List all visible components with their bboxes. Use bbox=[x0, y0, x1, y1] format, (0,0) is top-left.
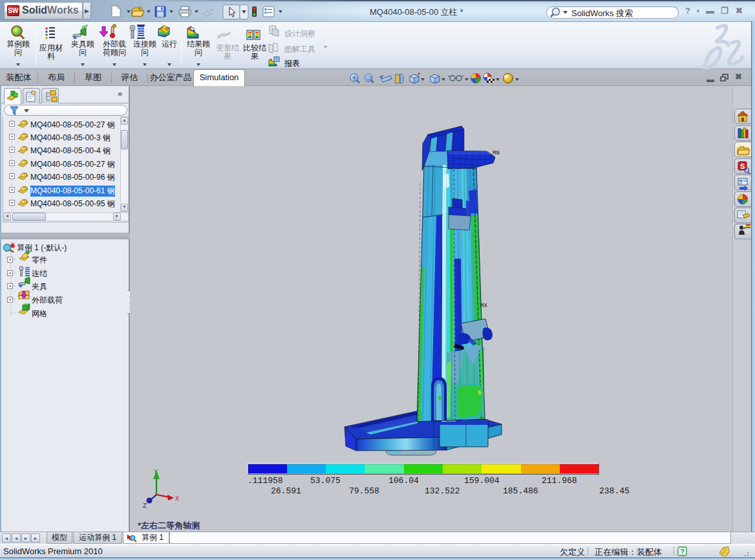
svg-text:?: ? bbox=[681, 548, 685, 555]
svg-text:X: X bbox=[175, 495, 179, 502]
svg-text:Z: Z bbox=[143, 502, 147, 510]
svg-text:Y: Y bbox=[154, 469, 158, 476]
